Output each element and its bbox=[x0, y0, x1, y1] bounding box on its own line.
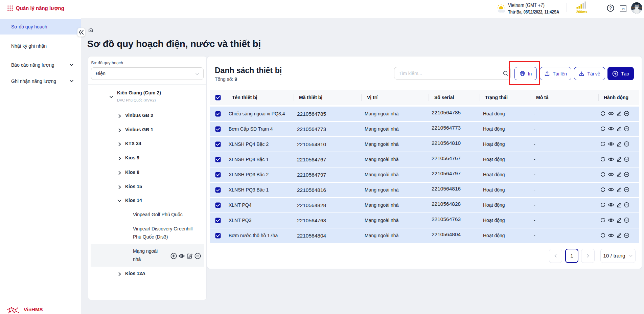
svg-text:?: ? bbox=[609, 6, 612, 10]
